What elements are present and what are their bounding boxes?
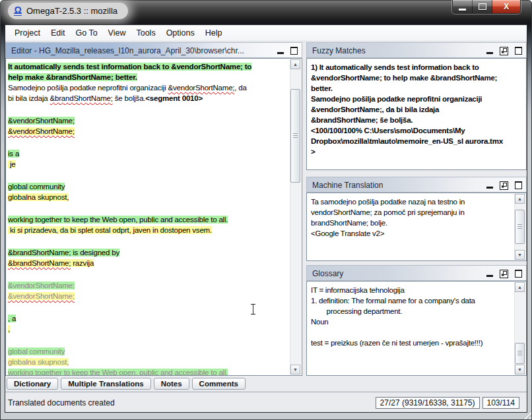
omegat-app-icon: Ω xyxy=(13,5,23,16)
fuzzy-content[interactable]: 1) It automatically sends test informati… xyxy=(306,58,527,170)
tab-comments[interactable]: Comments xyxy=(192,378,246,390)
status-bar: Translated documents created 27/27 (9319… xyxy=(5,392,527,413)
editor-line: &vendorShortName; xyxy=(8,291,288,301)
window-title: OmegaT-2.5.3 :: mozilla xyxy=(26,6,117,16)
caption-buttons: X xyxy=(452,0,521,14)
editor-line: &vendorShortName; xyxy=(8,280,288,291)
editor-pane-header[interactable]: Editor - HG_Mozilla_releases_l10n_aurora… xyxy=(5,42,302,58)
menu-edit[interactable]: Edit xyxy=(46,26,71,40)
editor-line: global community xyxy=(8,346,288,357)
scroll-down-icon[interactable]: ▼ xyxy=(515,365,525,375)
status-message: Translated documents created xyxy=(8,398,376,407)
fuzzy-match-text: 1) It automatically sends test informati… xyxy=(307,59,526,160)
scroll-down-icon[interactable]: ▼ xyxy=(515,250,525,260)
pane-maximize-icon[interactable] xyxy=(515,270,522,278)
menu-tools[interactable]: Tools xyxy=(131,26,160,40)
mt-header-buttons xyxy=(486,177,522,193)
editor-text[interactable]: It automatically sends test information … xyxy=(8,61,288,375)
pane-minimize-icon[interactable] xyxy=(277,52,284,54)
minimize-icon xyxy=(459,9,466,11)
scroll-up-icon[interactable]: ▲ xyxy=(515,194,525,204)
editor-line: global community xyxy=(8,181,288,192)
mt-text: Ta samodejno pošilja podatke nazaj na te… xyxy=(307,193,515,242)
editor-line xyxy=(8,235,288,247)
text-cursor-ibeam xyxy=(250,304,256,315)
menu-options[interactable]: Options xyxy=(161,26,200,40)
pane-undock-icon[interactable] xyxy=(500,181,508,190)
editor-line xyxy=(8,202,288,214)
pane-maximize-icon[interactable] xyxy=(515,47,522,55)
editor-line: is a xyxy=(8,148,288,159)
editor-line: , a xyxy=(8,313,288,324)
segment-progress-counter: 27/27 (9319/16338, 31175) xyxy=(376,397,480,409)
mt-content[interactable]: Ta samodejno pošilja podatke nazaj na te… xyxy=(306,193,527,261)
editor-line: globalna skupnost, xyxy=(8,192,288,202)
tab-notes[interactable]: Notes xyxy=(154,378,189,390)
editor-line: &brandShortName; is designed by xyxy=(8,247,288,258)
editor-line: Samodejno pošilja podatke neprofitni org… xyxy=(8,82,288,93)
scroll-up-icon[interactable]: ▲ xyxy=(290,59,300,69)
bottom-tabs: DictionaryMultiple TranslationsNotesComm… xyxy=(7,378,246,390)
editor-line xyxy=(8,136,288,148)
glossary-scrollbar[interactable]: ▲ ▼ xyxy=(514,282,525,375)
editor-line xyxy=(8,268,288,280)
editor-line: globalna skupnost, xyxy=(8,357,288,367)
editor-line: bi bila izdaja &brandShortName; še boljš… xyxy=(8,93,288,104)
menu-view[interactable]: View xyxy=(103,26,131,40)
menu-go-to[interactable]: Go To xyxy=(70,26,102,40)
editor-line: &brandShortName; razvija xyxy=(8,258,288,268)
editor-header-buttons xyxy=(277,43,298,59)
scroll-up-icon[interactable]: ▲ xyxy=(515,282,525,292)
window-minimize-button[interactable] xyxy=(453,0,473,13)
scroll-down-icon[interactable]: ▼ xyxy=(290,365,300,375)
pane-maximize-icon[interactable] xyxy=(515,181,522,189)
editor-scrollbar-thumb[interactable] xyxy=(290,89,300,183)
editor-content[interactable]: It automatically sends test information … xyxy=(5,58,302,376)
glossary-pane-header[interactable]: Glossary xyxy=(306,265,527,281)
glossary-scrollbar-thumb[interactable] xyxy=(515,343,525,364)
editor-line xyxy=(8,169,288,181)
window-close-button[interactable]: X xyxy=(492,0,520,13)
menu-bar: ProjectEditGo ToViewToolsOptionsHelp xyxy=(5,25,527,42)
pane-undock-icon[interactable] xyxy=(500,270,508,278)
mt-pane-header[interactable]: Machine Translation xyxy=(306,177,527,193)
editor-pane-title: Editor - HG_Mozilla_releases_l10n_aurora… xyxy=(11,46,244,55)
editor-line: &vendorShortName; xyxy=(8,126,288,136)
menu-help[interactable]: Help xyxy=(200,26,228,40)
glossary-content[interactable]: IT = informacijska tehnologija 1. defini… xyxy=(306,281,527,376)
tab-multiple-translations[interactable]: Multiple Translations xyxy=(61,378,150,390)
mt-scrollbar-thumb[interactable] xyxy=(515,210,525,244)
menu-project[interactable]: Project xyxy=(9,26,46,40)
editor-line: &vendorShortName; xyxy=(8,115,288,126)
editor-line: It automatically sends test information … xyxy=(8,61,288,72)
status-boxes: 27/27 (9319/16338, 31175) 103/114 xyxy=(376,397,519,409)
window-maximize-button[interactable] xyxy=(473,0,492,13)
window-title-pill: Ω OmegaT-2.5.3 :: mozilla xyxy=(8,3,128,19)
editor-line: working together to keep the Web open, p… xyxy=(8,367,288,375)
editor-line: , xyxy=(8,324,288,334)
editor-line xyxy=(8,104,288,115)
fuzzy-pane-title: Fuzzy Matches xyxy=(312,46,366,55)
pane-maximize-icon[interactable] xyxy=(290,47,298,55)
char-counter: 103/114 xyxy=(482,397,520,409)
editor-line xyxy=(8,301,288,313)
editor-line: working together to keep the Web open, p… xyxy=(8,214,288,225)
pane-minimize-icon[interactable] xyxy=(486,187,493,189)
client-area: ProjectEditGo ToViewToolsOptionsHelp Edi… xyxy=(5,24,527,413)
editor-line: je xyxy=(8,159,288,169)
title-bar[interactable]: Ω OmegaT-2.5.3 :: mozilla X xyxy=(0,0,532,24)
mt-scrollbar[interactable]: ▲ ▼ xyxy=(514,194,525,260)
editor-line xyxy=(8,334,288,346)
glossary-pane-title: Glossary xyxy=(312,269,343,278)
app-window: Ω OmegaT-2.5.3 :: mozilla X ProjectEditG… xyxy=(0,0,532,420)
pane-minimize-icon[interactable] xyxy=(486,275,493,277)
editor-scrollbar[interactable]: ▲ ▼ xyxy=(290,59,301,375)
fuzzy-pane-header[interactable]: Fuzzy Matches xyxy=(306,42,527,58)
editor-line: ki si prizadeva, da bi splet ostal odprt… xyxy=(8,225,288,235)
fuzzy-header-buttons xyxy=(486,43,522,59)
mt-pane-title: Machine Translation xyxy=(312,181,383,190)
tab-dictionary[interactable]: Dictionary xyxy=(7,378,58,390)
pane-undock-icon[interactable] xyxy=(500,47,508,55)
editor-line: help make &brandShortName; better. xyxy=(8,72,288,82)
pane-minimize-icon[interactable] xyxy=(486,52,493,54)
